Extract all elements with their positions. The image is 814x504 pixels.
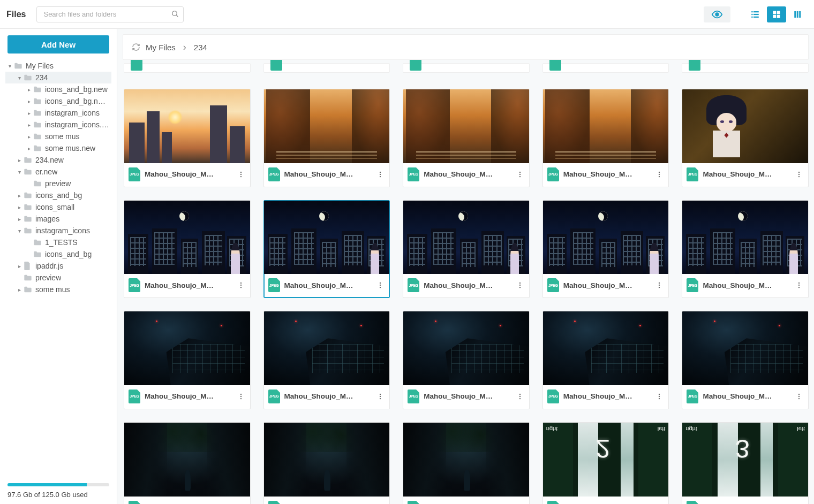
tree-item[interactable]: ▸instagram_icons.new <box>5 119 111 131</box>
file-caption: JPEGMahou_Shoujo_M… <box>403 274 529 297</box>
folder-icon <box>24 286 32 293</box>
tree-item[interactable]: ▸234.new <box>5 154 111 166</box>
file-card[interactable]: JPEGMahou_Shoujo_M… <box>542 89 669 187</box>
file-card[interactable]: JPEGMahou_Shoujo_M… <box>403 89 530 187</box>
file-card[interactable]: JPEGMahou_Shoujo_M… <box>682 311 809 409</box>
tree-caret-icon[interactable]: ▸ <box>16 193 22 198</box>
tree-caret-icon[interactable]: ▸ <box>16 287 22 293</box>
file-more-button[interactable] <box>654 281 664 289</box>
tree-caret-icon[interactable]: ▸ <box>26 134 32 140</box>
svg-point-25 <box>659 171 660 172</box>
tree-item[interactable]: ▸icons_and_bg <box>5 189 111 201</box>
file-caption: JPEGMahou_Shoujo_M… <box>124 385 250 409</box>
file-card[interactable]: JPEGMahou_Shoujo_M… <box>682 200 809 299</box>
add-new-button[interactable]: Add New <box>7 35 109 54</box>
file-card[interactable]: JPEGMahou_Shoujo_M… <box>403 200 530 299</box>
file-more-button[interactable] <box>236 392 246 401</box>
tree-caret-icon[interactable]: ▸ <box>16 204 22 210</box>
svg-point-0 <box>172 11 177 16</box>
folder-icon <box>14 62 22 70</box>
file-card[interactable]: JPEGMahou_Shoujo_M… <box>403 422 530 504</box>
file-card[interactable]: JPEGMahou_Shoujo_M… <box>542 311 669 409</box>
view-list-button[interactable] <box>745 6 765 22</box>
file-card[interactable]: JPEGMahou_Shoujo_M… <box>682 89 809 187</box>
file-more-button[interactable] <box>515 170 525 179</box>
file-more-button[interactable] <box>236 281 246 289</box>
tree-item-label: icons_and_bg <box>35 191 82 200</box>
file-more-button[interactable] <box>515 281 525 289</box>
file-card[interactable]: JPEGMahou_Shoujo_M… <box>124 422 251 504</box>
file-card[interactable]: JPEGMahou_Shoujo_M… <box>263 89 390 187</box>
tree-item[interactable]: ▸icons_small <box>5 201 111 213</box>
tree-item[interactable]: ▾234 <box>5 72 111 83</box>
tree-item[interactable]: ▸images <box>5 213 111 225</box>
tree-item[interactable]: ▸some mus.new <box>5 142 111 154</box>
file-caption: JPEGMahou_Shoujo_M… <box>124 274 250 297</box>
refresh-icon[interactable] <box>132 43 140 51</box>
tree-item[interactable]: ▾er.new <box>5 166 111 178</box>
file-caption: JPEGMahou_Shoujo_M… <box>543 385 669 409</box>
file-caption: JPEGMahou_Shoujo_M… <box>682 163 808 187</box>
file-card[interactable]: JPEGMahou_Shoujo_M… <box>263 422 390 504</box>
preview-toggle-button[interactable] <box>704 6 730 22</box>
file-grid-scroll[interactable]: JPEGMahou_Shoujo_M…JPEGMahou_Shoujo_M…JP… <box>117 60 814 504</box>
file-more-button[interactable] <box>794 170 804 179</box>
file-card[interactable]: JPEGMahou_Shoujo_M… <box>124 200 251 299</box>
tree-caret-icon[interactable]: ▸ <box>26 98 32 104</box>
tree-caret-icon[interactable]: ▸ <box>26 110 32 116</box>
svg-point-53 <box>519 396 521 397</box>
view-columns-button[interactable] <box>788 6 808 22</box>
svg-rect-3 <box>751 11 752 12</box>
file-caption: JPEGMahou_Shoujo_M… <box>264 274 390 297</box>
svg-point-19 <box>380 171 381 172</box>
tree-item[interactable]: 1_TESTS <box>5 236 111 248</box>
view-grid-button[interactable] <box>767 6 786 22</box>
file-card[interactable]: 2rightleftJPEGportrait_2.jpg <box>542 422 669 504</box>
file-card[interactable]: JPEGMahou_Shoujo_M… <box>124 311 251 409</box>
file-more-button[interactable] <box>515 392 525 401</box>
tree-item[interactable]: icons_and_bg <box>5 248 111 260</box>
svg-point-30 <box>798 176 800 177</box>
tree-caret-icon[interactable]: ▾ <box>16 228 22 234</box>
file-card[interactable]: JPEGMahou_Shoujo_M… <box>403 311 530 409</box>
breadcrumb-current[interactable]: 234 <box>194 43 207 52</box>
tree-caret-icon[interactable]: ▸ <box>16 216 22 222</box>
file-name: Mahou_Shoujo_M… <box>563 392 651 400</box>
tree-item[interactable]: ▸some mus <box>5 284 111 295</box>
file-more-button[interactable] <box>375 281 385 289</box>
file-card[interactable]: JPEGMahou_Shoujo_M… <box>263 311 390 409</box>
file-more-button[interactable] <box>375 392 385 401</box>
search-icon[interactable] <box>171 10 179 18</box>
file-card[interactable]: 3rightleftJPEGportrait_3.jpg <box>682 422 809 504</box>
tree-caret-icon[interactable]: ▸ <box>16 157 22 163</box>
search-input[interactable] <box>36 6 184 22</box>
tree-caret-icon[interactable]: ▾ <box>6 63 13 69</box>
tree-item[interactable]: ▸some mus <box>5 131 111 142</box>
tree-caret-icon[interactable]: ▾ <box>16 75 22 81</box>
file-card[interactable]: JPEGMahou_Shoujo_M… <box>124 89 251 187</box>
file-more-button[interactable] <box>794 392 804 401</box>
tree-item[interactable]: preview <box>5 272 111 284</box>
filetype-badge: JPEG <box>408 501 419 504</box>
tree-caret-icon[interactable]: ▸ <box>26 146 32 151</box>
file-card[interactable]: JPEGMahou_Shoujo_M… <box>263 200 390 299</box>
tree-item[interactable]: preview <box>5 178 111 189</box>
file-card[interactable]: JPEGMahou_Shoujo_M… <box>542 200 669 299</box>
file-more-button[interactable] <box>654 170 664 179</box>
tree-item[interactable]: ▸instagram_icons <box>5 107 111 119</box>
tree-item[interactable]: ▾instagram_icons <box>5 225 111 236</box>
breadcrumb-root[interactable]: My Files <box>146 43 176 52</box>
tree-item[interactable]: ▸icons_and_bg.new.new <box>5 95 111 107</box>
file-more-button[interactable] <box>794 281 804 289</box>
file-more-button[interactable] <box>375 170 385 179</box>
file-more-button[interactable] <box>236 170 246 179</box>
tree-caret-icon[interactable]: ▸ <box>26 87 32 93</box>
svg-point-24 <box>519 176 521 177</box>
tree-caret-icon[interactable]: ▸ <box>16 263 22 269</box>
tree-item[interactable]: ▸icons_and_bg.new <box>5 83 111 95</box>
tree-caret-icon[interactable]: ▸ <box>26 122 32 128</box>
file-more-button[interactable] <box>654 392 664 401</box>
tree-caret-icon[interactable]: ▾ <box>16 169 22 175</box>
tree-item[interactable]: ▸ipaddr.js <box>5 260 111 272</box>
tree-item[interactable]: ▾My Files <box>5 60 111 72</box>
